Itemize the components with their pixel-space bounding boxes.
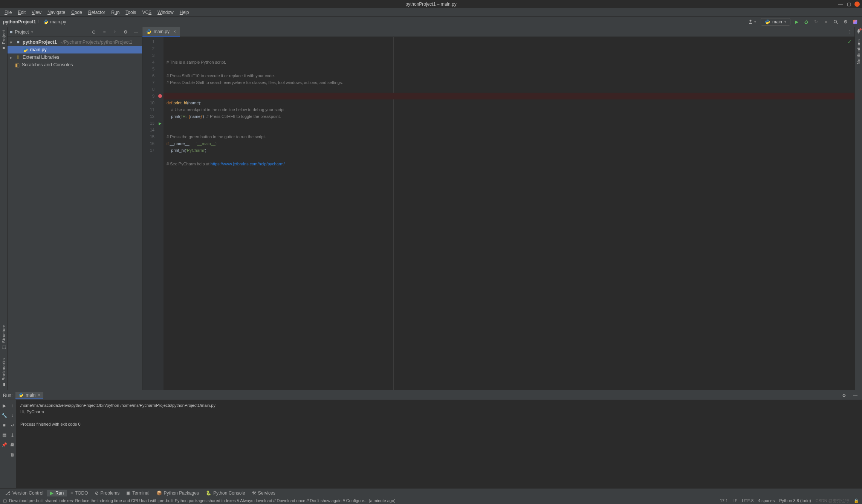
svg-point-6 (858, 32, 859, 34)
structure-tool-button[interactable]: ⬚ Structure (1, 323, 6, 351)
menu-edit[interactable]: Edit (15, 9, 28, 16)
close-button[interactable] (854, 2, 860, 7)
tree-external-libraries[interactable]: ▸ ⫴ External Libraries (8, 53, 142, 61)
scroll-end-icon[interactable]: ⤓ (9, 432, 16, 438)
down-icon[interactable]: ↓ (9, 412, 16, 419)
tab-python-packages[interactable]: 📦Python Packages (153, 490, 202, 496)
line-numbers: 1234567891011121314151617 (142, 37, 157, 390)
tab-todo[interactable]: ≡TODO (67, 490, 91, 496)
project-panel: ■ Project ▾ ⊙ ≡ ÷ ⚙ — ▾ ■ pythonProject1… (8, 27, 142, 390)
gutter-marks[interactable]: ▶ (157, 37, 164, 390)
tree-root[interactable]: ▾ ■ pythonProject1 ~/PycharmProjects/pyt… (8, 38, 142, 46)
project-tree: ▾ ■ pythonProject1 ~/PycharmProjects/pyt… (8, 37, 142, 70)
bookmarks-tool-button[interactable]: ▮ Bookmarks (1, 357, 6, 389)
tree-file-main[interactable]: main.py (8, 46, 142, 53)
project-panel-header: ■ Project ▾ ⊙ ≡ ÷ ⚙ — (8, 27, 142, 37)
maximize-button[interactable]: ▢ (846, 2, 851, 7)
code-editor[interactable]: 1234567891011121314151617 ▶ # This is a … (142, 37, 854, 390)
debug-button[interactable] (802, 18, 810, 26)
notifications-tool-button[interactable]: Notifications (856, 38, 861, 66)
project-view-dropdown[interactable]: ▾ (31, 30, 33, 34)
menu-refactor[interactable]: Refactor (86, 9, 107, 16)
stop-button[interactable]: ■ (822, 18, 830, 26)
tab-run[interactable]: ▶Run (47, 490, 67, 496)
layout-icon[interactable]: ▤ (1, 432, 8, 438)
run-panel-title: Run: (3, 393, 12, 398)
expand-all-icon[interactable]: ≡ (101, 28, 108, 36)
run-config-tab[interactable]: main × (15, 392, 43, 399)
notifications-bell-icon[interactable] (856, 29, 861, 34)
up-icon[interactable]: ↑ (9, 402, 16, 409)
search-button[interactable] (832, 18, 839, 26)
close-tab-icon[interactable]: × (173, 29, 176, 34)
rerun-icon[interactable]: ▶ (1, 402, 8, 409)
caret-position[interactable]: 17:1 (720, 498, 728, 503)
run-button[interactable]: ▶ (793, 18, 800, 26)
indent-info[interactable]: 4 spaces (758, 498, 775, 503)
clear-icon[interactable]: 🗑 (9, 451, 16, 458)
menu-run[interactable]: Run (109, 9, 122, 16)
wrench-icon[interactable]: 🔧 (1, 412, 8, 419)
breakpoint-icon[interactable] (158, 94, 162, 98)
run-toolbar-primary: ▶ 🔧 ■ ▤ 📌 (0, 400, 8, 488)
interpreter-info[interactable]: Python 3.8 (todo) (779, 498, 811, 503)
svg-point-0 (45, 20, 46, 20)
select-opened-file-icon[interactable]: ⊙ (90, 28, 98, 36)
svg-point-1 (46, 23, 47, 23)
tab-version-control[interactable]: ⎇Version Control (2, 490, 46, 496)
editor-tab-main[interactable]: main.py × (142, 27, 180, 37)
menu-code[interactable]: Code (69, 9, 84, 16)
line-separator[interactable]: LF (732, 498, 737, 503)
soft-wrap-icon[interactable]: ⤾ (9, 422, 16, 429)
status-bar: ▢ Download pre-built shared indexes: Red… (0, 497, 862, 504)
menu-tools[interactable]: Tools (123, 9, 138, 16)
status-tool-window-icon[interactable]: ▢ (3, 498, 7, 503)
project-tool-button[interactable]: ■ Project (2, 29, 6, 52)
panel-settings-icon[interactable]: ⚙ (122, 28, 129, 36)
tree-scratches[interactable]: ◧ Scratches and Consoles (8, 61, 142, 69)
status-message[interactable]: Download pre-built shared indexes: Reduc… (9, 498, 396, 503)
ide-toolbox-button[interactable] (851, 18, 859, 26)
tab-services[interactable]: ⚒Services (249, 490, 278, 496)
run-output[interactable]: /home/ms/anaconda3/envs/pythonProject1/b… (17, 400, 862, 488)
inspection-ok-icon[interactable]: ✓ (848, 39, 851, 44)
breadcrumb-project[interactable]: pythonProject1 (3, 19, 36, 24)
tab-terminal[interactable]: ▣Terminal (123, 490, 152, 496)
menu-view[interactable]: View (29, 9, 44, 16)
pin-icon[interactable]: 📌 (1, 441, 8, 448)
run-config-selector[interactable]: main ▾ (761, 18, 790, 26)
project-view-title[interactable]: Project (15, 29, 29, 35)
svg-point-4 (834, 20, 837, 23)
svg-point-2 (749, 20, 751, 21)
print-icon[interactable]: 🖶 (9, 441, 16, 448)
breadcrumb: pythonProject1 〉 main.py (3, 18, 66, 25)
menu-file[interactable]: File (2, 9, 14, 16)
collapse-all-icon[interactable]: ÷ (111, 28, 119, 36)
hide-panel-icon[interactable]: — (132, 28, 140, 36)
run-gutter-icon[interactable]: ▶ (159, 121, 162, 125)
menubar: File Edit View Navigate Code Refactor Ru… (0, 8, 862, 17)
tab-list-menu[interactable]: ⋮ (845, 27, 854, 37)
minimize-button[interactable]: — (838, 2, 843, 7)
code-with-me-button[interactable]: ▾ (746, 18, 758, 26)
menu-navigate[interactable]: Navigate (45, 9, 67, 16)
stop-icon[interactable]: ■ (1, 422, 8, 429)
menu-vcs[interactable]: VCS (140, 9, 154, 16)
right-tool-strip: Notifications (854, 27, 862, 390)
lock-icon[interactable]: 🔒 (854, 498, 859, 503)
tab-python-console[interactable]: 🐍Python Console (203, 490, 248, 496)
menu-window[interactable]: Window (155, 9, 176, 16)
file-encoding[interactable]: UTF-8 (742, 498, 753, 503)
run-hide-icon[interactable]: — (851, 392, 859, 399)
python-file-icon (43, 19, 49, 24)
menu-help[interactable]: Help (177, 9, 191, 16)
breadcrumb-file[interactable]: main.py (50, 19, 66, 24)
main-body: ■ Project ■ Project ▾ ⊙ ≡ ÷ ⚙ — ▾ ■ pyth… (0, 27, 862, 390)
coverage-button[interactable]: ↻ (812, 18, 820, 26)
watermark: CSDN @变秃也行 (816, 498, 849, 504)
navbar: pythonProject1 〉 main.py ▾ main ▾ ▶ ↻ ■ … (0, 17, 862, 27)
settings-button[interactable]: ⚙ (842, 18, 849, 26)
editor-tab-bar: main.py × ⋮ (142, 27, 854, 37)
run-settings-icon[interactable]: ⚙ (840, 392, 848, 399)
tab-problems[interactable]: ⊘Problems (92, 490, 123, 496)
